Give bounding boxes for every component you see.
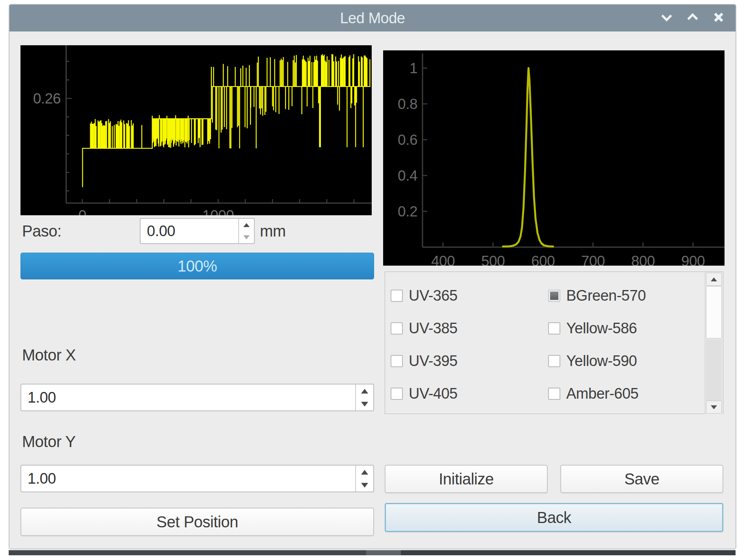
svg-text:0.4: 0.4 (398, 168, 417, 184)
checkbox-unchecked-icon[interactable] (548, 322, 560, 335)
svg-text:600: 600 (531, 253, 555, 266)
checkbox-label: UV-405 (409, 385, 458, 402)
svg-text:0: 0 (78, 207, 86, 215)
paso-spin-down-button[interactable] (239, 231, 254, 243)
checkbox-label: Yellow-586 (566, 320, 637, 337)
checkbox-label: BGreen-570 (566, 287, 646, 304)
motor-y-spin-up-button[interactable] (356, 466, 373, 479)
scroll-up-icon (711, 277, 717, 281)
svg-text:0.2: 0.2 (398, 203, 417, 220)
checkbox-label: Yellow-590 (566, 353, 637, 370)
svg-text:1: 1 (410, 60, 417, 76)
bottom-bar-gap (366, 550, 401, 555)
app-window: Led Mode (9, 4, 736, 549)
motor-x-spin-down-button[interactable] (356, 397, 373, 410)
initialize-label: Initialize (439, 470, 494, 488)
bottom-bar-right (401, 550, 736, 555)
spin-up-icon (361, 389, 368, 394)
motor-x-spin-up-button[interactable] (356, 384, 373, 397)
motor-y-spin-buttons (355, 466, 373, 492)
back-label: Back (537, 509, 571, 527)
scrollbar-thumb[interactable] (706, 286, 722, 338)
close-button[interactable] (713, 13, 725, 23)
paso-spin-up-button[interactable] (239, 219, 254, 231)
chevron-up-icon (687, 13, 699, 23)
scroll-down-icon (711, 405, 717, 409)
checkbox-checked-icon[interactable] (548, 290, 560, 302)
motor-x-spinbox[interactable]: 1.00 (20, 384, 374, 411)
window-controls (661, 5, 725, 31)
scroll-down-button[interactable] (706, 401, 722, 414)
set-position-button[interactable]: Set Position (20, 508, 374, 536)
spin-down-icon (361, 402, 368, 407)
svg-text:800: 800 (631, 253, 655, 266)
titlebar[interactable]: Led Mode (9, 5, 736, 31)
checkbox-label: UV-395 (409, 353, 458, 370)
checkbox-unchecked-icon[interactable] (391, 322, 403, 335)
motor-x-label: Motor X (22, 346, 76, 364)
initialize-button[interactable]: Initialize (385, 465, 548, 493)
svg-text:0.8: 0.8 (398, 96, 417, 112)
spin-down-icon (243, 235, 250, 239)
progress-bar: 100% (20, 253, 374, 279)
svg-text:0.26: 0.26 (33, 91, 61, 107)
led-checkbox-item-uv-385[interactable]: UV-385 (391, 321, 458, 335)
spin-up-icon (243, 223, 250, 227)
chevron-down-icon (661, 13, 673, 23)
led-checkbox-item-yellow-586[interactable]: Yellow-586 (548, 321, 637, 335)
svg-text:900: 900 (681, 253, 705, 266)
checkbox-label: Amber-605 (566, 385, 638, 402)
checkbox-label: UV-385 (409, 320, 458, 337)
paso-label: Paso: (22, 218, 61, 244)
scrollbar-track[interactable] (706, 339, 722, 402)
progress-label: 100% (178, 257, 217, 275)
svg-text:0.6: 0.6 (398, 132, 417, 148)
motor-x-spin-buttons (355, 384, 373, 410)
motor-y-spin-down-button[interactable] (356, 479, 373, 492)
led-checkbox-item-yellow-590[interactable]: Yellow-590 (548, 354, 637, 368)
motor-y-spinbox[interactable]: 1.00 (20, 465, 374, 492)
checkbox-unchecked-icon[interactable] (391, 388, 403, 400)
paso-spin-buttons (238, 219, 254, 243)
minimize-button[interactable] (661, 13, 673, 23)
motor-scan-chart: 0.2601000 (20, 45, 372, 215)
led-checkbox-item-uv-395[interactable]: UV-395 (391, 354, 458, 368)
window-title: Led Mode (340, 10, 405, 27)
checkbox-label: UV-365 (409, 287, 458, 304)
save-label: Save (624, 470, 659, 488)
led-checkbox-item-bgreen-570[interactable]: BGreen-570 (548, 288, 646, 303)
led-checkbox-item-uv-365[interactable]: UV-365 (391, 288, 458, 303)
checkbox-unchecked-icon[interactable] (391, 355, 403, 367)
svg-text:700: 700 (581, 253, 605, 266)
svg-text:400: 400 (431, 253, 455, 266)
bottom-bar-left (9, 550, 366, 555)
checkbox-unchecked-icon[interactable] (391, 290, 403, 302)
checkbox-unchecked-icon[interactable] (548, 388, 560, 400)
paso-unit-label: mm (260, 218, 286, 244)
led-spectrum-chart: 0.20.40.60.81400500600700800900 (383, 50, 725, 266)
spin-down-icon (361, 483, 368, 488)
motor-y-value[interactable]: 1.00 (21, 466, 355, 492)
spin-up-icon (361, 470, 368, 475)
paso-spinbox[interactable]: 0.00 (140, 218, 255, 244)
desktop-background: Led Mode (0, 0, 745, 560)
back-button[interactable]: Back (385, 503, 723, 532)
maximize-button[interactable] (687, 13, 699, 23)
svg-text:1000: 1000 (202, 207, 234, 215)
led-checkbox-item-amber-605[interactable]: Amber-605 (548, 386, 638, 401)
scroll-up-button[interactable] (706, 273, 722, 286)
save-button[interactable]: Save (560, 465, 723, 493)
paso-value[interactable]: 0.00 (141, 219, 238, 243)
motor-x-value[interactable]: 1.00 (21, 384, 355, 410)
close-icon (713, 12, 724, 24)
set-position-label: Set Position (156, 513, 238, 531)
svg-text:500: 500 (481, 253, 505, 266)
led-checkbox-panel: UV-365UV-385UV-395UV-405BGreen-570Yellow… (385, 272, 723, 414)
checkbox-unchecked-icon[interactable] (548, 355, 560, 367)
led-checkbox-item-uv-405[interactable]: UV-405 (391, 386, 458, 401)
panel-scrollbar[interactable] (705, 272, 723, 414)
motor-y-label: Motor Y (22, 433, 76, 450)
